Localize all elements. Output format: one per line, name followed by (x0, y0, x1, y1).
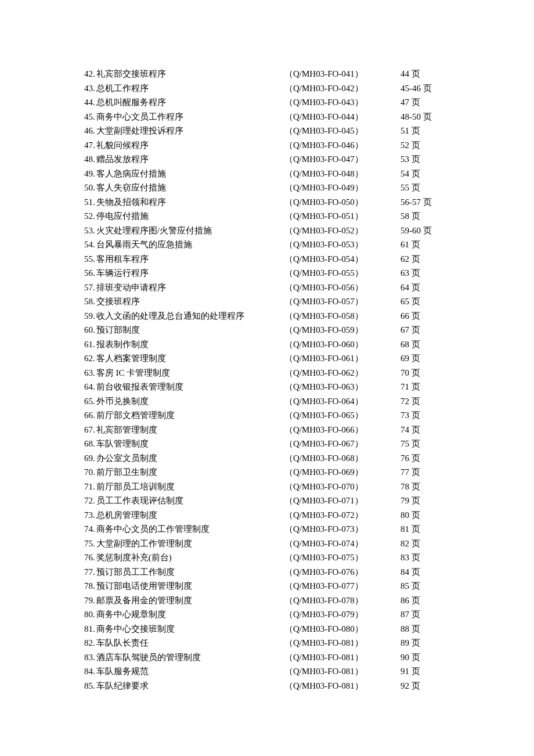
toc-item: 58交接班程序（Q/MH03-FO-057）65 页 (84, 294, 470, 309)
toc-item-page: 63 页 (400, 266, 420, 280)
toc-item-title: 总机叫醒服务程序 (96, 95, 166, 110)
toc-item-left: 42礼宾部交接班程序 (84, 67, 284, 81)
toc-item-code: （Q/MH03-FO-078） (284, 593, 400, 608)
toc-item-code: （Q/MH03-FO-067） (284, 437, 400, 451)
toc-item: 68车队管理制度（Q/MH03-FO-067）75 页 (84, 437, 470, 451)
toc-item-page: 79 页 (400, 494, 420, 508)
toc-item-code: （Q/MH03-FO-053） (284, 237, 400, 252)
toc-item-page: 82 页 (400, 537, 420, 551)
toc-item-page: 71 页 (400, 380, 420, 394)
toc-item-left: 64前台收银报表管理制度 (84, 380, 284, 394)
toc-item-page: 91 页 (400, 664, 420, 679)
toc-item-code: （Q/MH03-FO-061） (284, 351, 400, 366)
toc-item-title: 客人档案管理制度 (96, 351, 166, 366)
toc-item-number: 43 (84, 81, 96, 96)
toc-item-left: 47礼貌问候程序 (84, 138, 284, 153)
toc-item-page: 55 页 (400, 181, 420, 195)
toc-item-number: 50 (84, 181, 96, 195)
toc-item-code: （Q/MH03-FO-060） (284, 337, 400, 352)
toc-item-page: 77 页 (400, 465, 420, 480)
toc-item-number: 77 (84, 565, 96, 579)
toc-item-left: 70前厅部卫生制度 (84, 465, 284, 480)
toc-item: 72员工工作表现评估制度（Q/MH03-FO-071）79 页 (84, 494, 470, 508)
toc-item-left: 49客人急病应付措施 (84, 167, 284, 181)
toc-item-code: （Q/MH03-FO-044） (284, 110, 400, 124)
toc-item-left: 74商务中心文员的工作管理制度 (84, 522, 284, 537)
toc-item-code: （Q/MH03-FO-048） (284, 167, 400, 181)
toc-item-number: 79 (84, 593, 96, 608)
toc-item-page: 65 页 (400, 294, 420, 309)
toc-item-page: 86 页 (400, 593, 420, 608)
toc-item-page: 47 页 (400, 95, 420, 110)
toc-item-title: 车队服务规范 (96, 664, 149, 679)
toc-item-left: 68车队管理制度 (84, 437, 284, 451)
toc-item-code: （Q/MH03-FO-063） (284, 380, 400, 394)
toc-item: 56车辆运行程序（Q/MH03-FO-055）63 页 (84, 266, 470, 280)
toc-item-left: 75大堂副理的工作管理制度 (84, 537, 284, 551)
toc-item-number: 59 (84, 309, 96, 323)
toc-item: 78预订部电话使用管理制度（Q/MH03-FO-077）85 页 (84, 579, 470, 593)
toc-item-number: 76 (84, 550, 96, 565)
toc-item-code: （Q/MH03-FO-081） (284, 664, 400, 679)
toc-item: 59收入文函的处理及总台通知的处理程序（Q/MH03-FO-058）66 页 (84, 309, 470, 323)
toc-item-title: 礼宾部管理制度 (96, 423, 157, 437)
toc-item-number: 80 (84, 607, 96, 622)
toc-item-title: 车队队长责任 (96, 636, 149, 650)
toc-item-left: 50客人失窃应付措施 (84, 181, 284, 195)
toc-item: 81商务中心交接班制度（Q/MH03-FO-080）88 页 (84, 622, 470, 636)
toc-item-left: 82车队队长责任 (84, 636, 284, 650)
toc-item-page: 92 页 (400, 679, 420, 693)
toc-item-number: 83 (84, 650, 96, 665)
toc-item-page: 48-50 页 (400, 110, 432, 124)
toc-item-left: 62客人档案管理制度 (84, 351, 284, 366)
toc-item: 79邮票及备用金的管理制度（Q/MH03-FO-078）86 页 (84, 593, 470, 608)
toc-item: 50客人失窃应付措施（Q/MH03-FO-049）55 页 (84, 181, 470, 195)
toc-item-page: 90 页 (400, 650, 420, 665)
toc-item-page: 89 页 (400, 636, 420, 650)
toc-item-number: 63 (84, 366, 96, 380)
toc-item: 42礼宾部交接班程序（Q/MH03-FO-041）44 页 (84, 67, 470, 81)
toc-item-left: 44总机叫醒服务程序 (84, 95, 284, 110)
toc-item-title: 礼貌问候程序 (96, 138, 149, 153)
toc-item: 44总机叫醒服务程序（Q/MH03-FO-043）47 页 (84, 95, 470, 110)
toc-item-left: 85车队纪律要求 (84, 679, 284, 693)
toc-item-left: 83酒店车队驾驶员的管理制度 (84, 650, 284, 665)
toc-item-page: 51 页 (400, 124, 420, 138)
toc-item-left: 43总机工作程序 (84, 81, 284, 96)
toc-item-number: 56 (84, 266, 96, 280)
toc-item-page: 54 页 (400, 167, 420, 181)
toc-item-number: 55 (84, 252, 96, 267)
toc-item-number: 66 (84, 408, 96, 423)
toc-item: 83酒店车队驾驶员的管理制度（Q/MH03-FO-081）90 页 (84, 650, 470, 665)
toc-item-page: 81 页 (400, 522, 420, 537)
toc-item: 47礼貌问候程序（Q/MH03-FO-046）52 页 (84, 138, 470, 153)
toc-item-code: （Q/MH03-FO-051） (284, 209, 400, 224)
toc-item: 76奖惩制度补充(前台)（Q/MH03-FO-075）83 页 (84, 550, 470, 565)
toc-item-number: 60 (84, 323, 96, 337)
toc-item-left: 53火灾处理程序图/火警应付措施 (84, 224, 284, 238)
toc-item: 52停电应付措施（Q/MH03-FO-051）58 页 (84, 209, 470, 224)
toc-item-title: 车队纪律要求 (96, 679, 149, 693)
toc-item-left: 52停电应付措施 (84, 209, 284, 224)
toc-item-code: （Q/MH03-FO-062） (284, 366, 400, 380)
toc-item-code: （Q/MH03-FO-043） (284, 95, 400, 110)
toc-item-page: 85 页 (400, 579, 420, 593)
toc-item-code: （Q/MH03-FO-059） (284, 323, 400, 337)
toc-item-code: （Q/MH03-FO-080） (284, 622, 400, 636)
toc-item-number: 84 (84, 664, 96, 679)
toc-item: 64前台收银报表管理制度（Q/MH03-FO-063）71 页 (84, 380, 470, 394)
toc-item-page: 76 页 (400, 451, 420, 466)
toc-item-code: （Q/MH03-FO-042） (284, 81, 400, 96)
toc-item-title: 商务中心文员的工作管理制度 (96, 522, 210, 537)
toc-item-title: 大堂副理处理投诉程序 (96, 124, 183, 138)
toc-item-number: 49 (84, 167, 96, 181)
toc-item-number: 51 (84, 195, 96, 210)
toc-item-number: 72 (84, 494, 96, 508)
toc-item-code: （Q/MH03-FO-054） (284, 252, 400, 267)
toc-item-code: （Q/MH03-FO-072） (284, 508, 400, 523)
toc-item-left: 67礼宾部管理制度 (84, 423, 284, 437)
toc-item-code: （Q/MH03-FO-047） (284, 152, 400, 167)
toc-item: 51失物及招领和程序（Q/MH03-FO-050）56-57 页 (84, 195, 470, 210)
toc-item-code: （Q/MH03-FO-055） (284, 266, 400, 280)
toc-item-page: 88 页 (400, 622, 420, 636)
